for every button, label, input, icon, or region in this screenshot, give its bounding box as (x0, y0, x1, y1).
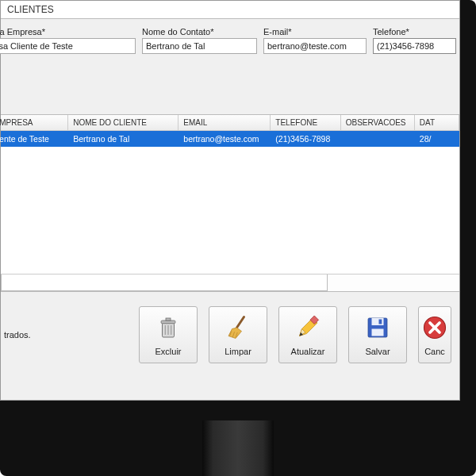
col-empresa[interactable]: E DA EMPRESA (0, 115, 68, 130)
limpar-label: Limpar (225, 347, 251, 356)
email-label: E-mail* (263, 27, 367, 36)
monitor-bezel: CLIENTES Nome da Empresa* Nome do Contat… (0, 0, 476, 476)
col-cliente[interactable]: NOME DO CLIENTE (68, 115, 178, 130)
col-obs[interactable]: OBSERVACOES (341, 115, 415, 130)
svg-rect-1 (161, 321, 175, 324)
cancelar-label: Canc (424, 347, 445, 356)
clients-grid: E DA EMPRESA NOME DO CLIENTE EMAIL TELEF… (1, 114, 459, 292)
svg-rect-16 (379, 320, 382, 324)
empresa-input[interactable] (0, 38, 136, 54)
grid-filter-input[interactable] (1, 274, 328, 291)
pencil-icon (294, 313, 322, 344)
telefone-input[interactable] (373, 38, 456, 54)
contato-input[interactable] (142, 38, 257, 54)
status-text: trados. (1, 330, 31, 340)
toolbar: trados. Excluir Limpar Atualizar (1, 292, 459, 363)
excluir-label: Excluir (155, 347, 181, 356)
cancel-icon (420, 313, 449, 344)
atualizar-label: Atualizar (291, 347, 325, 356)
grid-body[interactable]: esa Cliente de Teste Bertrano de Tal ber… (1, 131, 459, 274)
col-data[interactable]: DAT (415, 115, 459, 130)
salvar-label: Salvar (365, 347, 390, 356)
limpar-button[interactable]: Limpar (209, 306, 267, 363)
svg-rect-17 (372, 329, 384, 336)
salvar-button[interactable]: Salvar (348, 306, 407, 363)
client-form: Nome da Empresa* Nome do Contato* E-mail… (1, 19, 459, 59)
svg-rect-2 (166, 318, 171, 321)
cell-data: 28/ (415, 133, 459, 144)
excluir-button[interactable]: Excluir (139, 306, 198, 363)
contato-label: Nome do Contato* (142, 27, 257, 36)
col-telefone[interactable]: TELEFONE (271, 115, 340, 130)
cell-telefone: (21)3456-7898 (271, 133, 340, 144)
broom-icon (224, 313, 252, 344)
cancelar-button[interactable]: Canc (418, 306, 451, 363)
col-email[interactable]: EMAIL (178, 115, 271, 130)
window-title: CLIENTES (1, 1, 459, 19)
atualizar-button[interactable]: Atualizar (278, 306, 337, 363)
cell-empresa: esa Cliente de Teste (0, 133, 68, 144)
telefone-label: Telefone* (373, 27, 456, 36)
app-window: CLIENTES Nome da Empresa* Nome do Contat… (0, 0, 460, 401)
trash-icon (154, 313, 182, 344)
cell-obs (341, 133, 415, 144)
empresa-label: Nome da Empresa* (0, 27, 136, 36)
svg-line-6 (237, 317, 244, 328)
grid-header: E DA EMPRESA NOME DO CLIENTE EMAIL TELEF… (1, 115, 459, 131)
email-input[interactable] (263, 38, 367, 54)
save-icon (363, 313, 392, 344)
grid-filter-bar (1, 274, 459, 291)
monitor-stand (202, 420, 274, 476)
cell-cliente: Bertrano de Tal (68, 133, 178, 144)
table-row[interactable]: esa Cliente de Teste Bertrano de Tal ber… (1, 131, 459, 147)
cell-email: bertrano@teste.com (178, 133, 271, 144)
